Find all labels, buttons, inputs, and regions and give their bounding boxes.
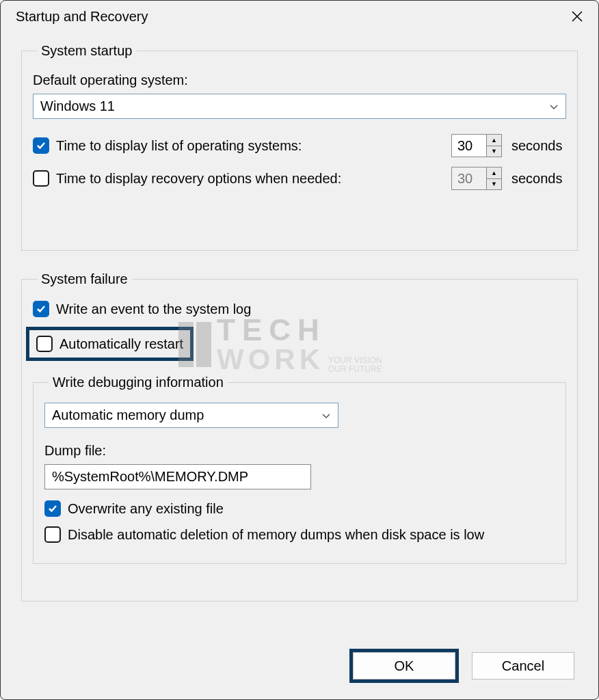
- time-recovery-value: 30: [452, 167, 486, 189]
- time-recovery-label: Time to display recovery options when ne…: [56, 171, 341, 187]
- overwrite-checkbox[interactable]: [44, 500, 61, 517]
- time-os-list-row: Time to display list of operating system…: [33, 134, 566, 157]
- debug-info-group: Write debugging information Automatic me…: [33, 375, 566, 564]
- close-icon[interactable]: [568, 8, 586, 25]
- overwrite-label: Overwrite any existing file: [68, 501, 224, 517]
- ok-button-highlight: OK: [349, 649, 459, 683]
- time-recovery-row: Time to display recovery options when ne…: [33, 167, 566, 190]
- write-event-checkbox[interactable]: [33, 301, 49, 317]
- dialog-buttons: OK Cancel: [349, 649, 578, 683]
- time-os-list-value: 30: [452, 135, 486, 157]
- time-os-list-checkbox[interactable]: [33, 137, 49, 154]
- spinner-down-icon: ▼: [487, 179, 501, 190]
- spinner-down-icon[interactable]: ▼: [487, 146, 501, 157]
- dump-file-label: Dump file:: [44, 443, 555, 459]
- dump-file-input[interactable]: [44, 464, 311, 489]
- debug-info-legend: Write debugging information: [49, 375, 228, 390]
- spinner-up-icon[interactable]: ▲: [487, 135, 501, 146]
- disable-auto-delete-label: Disable automatic deletion of memory dum…: [68, 527, 484, 543]
- spinner-up-icon: ▲: [487, 167, 501, 179]
- overwrite-row: Overwrite any existing file: [44, 500, 555, 517]
- spinner-buttons: ▲ ▼: [486, 167, 501, 189]
- dialog-content: System startup Default operating system:…: [1, 29, 598, 602]
- cancel-button-wrap: Cancel: [468, 649, 578, 683]
- time-recovery-checkbox[interactable]: [33, 170, 49, 187]
- time-os-list-spinner[interactable]: 30 ▲ ▼: [451, 134, 502, 157]
- chevron-down-icon: [549, 102, 559, 111]
- disable-auto-delete-row: Disable automatic deletion of memory dum…: [44, 526, 555, 543]
- chevron-down-icon: [321, 411, 331, 420]
- auto-restart-label: Automatically restart: [59, 336, 183, 352]
- spinner-buttons: ▲ ▼: [486, 135, 501, 157]
- dialog-title: Startup and Recovery: [16, 9, 148, 25]
- system-failure-group: System failure Write an event to the sys…: [21, 271, 578, 602]
- cancel-button[interactable]: Cancel: [472, 652, 574, 679]
- default-os-label: Default operating system:: [33, 72, 566, 88]
- auto-restart-checkbox[interactable]: [36, 336, 53, 352]
- write-event-label: Write an event to the system log: [56, 301, 251, 317]
- startup-recovery-dialog: Startup and Recovery System startup Defa…: [0, 0, 599, 700]
- disable-auto-delete-checkbox[interactable]: [44, 526, 61, 543]
- debug-type-value: Automatic memory dump: [52, 407, 321, 423]
- system-startup-group: System startup Default operating system:…: [21, 43, 578, 251]
- ok-button[interactable]: OK: [353, 652, 455, 679]
- titlebar: Startup and Recovery: [1, 1, 598, 29]
- write-event-row: Write an event to the system log: [33, 301, 566, 317]
- time-os-list-label: Time to display list of operating system…: [56, 138, 302, 154]
- system-startup-legend: System startup: [37, 43, 136, 59]
- auto-restart-highlight: Automatically restart: [26, 327, 194, 361]
- time-recovery-spinner: 30 ▲ ▼: [451, 167, 502, 190]
- default-os-select[interactable]: Windows 11: [33, 94, 566, 119]
- time-os-list-unit: seconds: [511, 138, 566, 154]
- debug-type-select[interactable]: Automatic memory dump: [44, 403, 338, 428]
- default-os-value: Windows 11: [40, 98, 549, 114]
- system-failure-legend: System failure: [37, 271, 132, 287]
- time-recovery-unit: seconds: [511, 171, 566, 187]
